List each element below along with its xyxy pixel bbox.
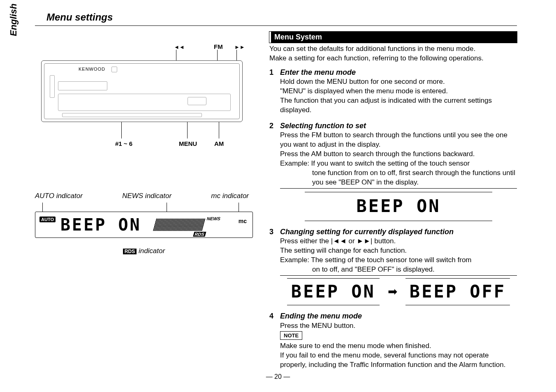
equalizer-graphic: NEWS RDS — [153, 219, 206, 231]
fm-label: FM — [214, 43, 223, 50]
step-body: Press the MENU button. — [280, 321, 517, 331]
menu-button-label: MENU — [179, 140, 197, 147]
auto-indicator-label: AUTO indicator — [35, 192, 83, 200]
step-body: Press the FM button to search through th… — [280, 131, 517, 168]
step-body: Press either the |◄◄ or ►►| button. The … — [280, 237, 517, 265]
seg-display: BEEP ON — [307, 195, 490, 218]
section-title: Menu settings — [46, 12, 517, 23]
language-tab: English — [8, 4, 19, 36]
next-icon-label: ►► — [234, 44, 245, 50]
auto-badge: AUTO — [39, 217, 56, 222]
prev-track-icon: |◄◄ — [331, 237, 347, 245]
step-example: on to off, and "BEEP OFF" is displayed. — [280, 265, 517, 276]
prev-icon-label: ◄◄ — [174, 44, 185, 50]
device-illustration: ◄◄ FM ►► KENWOOD — [35, 40, 249, 155]
step-body: Hold down the MENU button for one second… — [280, 77, 517, 115]
page-number: — 20 — — [0, 373, 556, 380]
presets-label: #1 ~ 6 — [115, 140, 132, 147]
menu-system-header: Menu System — [269, 32, 517, 43]
seg-display-after: BEEP OFF — [405, 278, 510, 306]
menu-intro: You can set the defaults for additional … — [269, 44, 517, 63]
display-illustration: AUTO indicator NEWS indicator mc indicat… — [35, 192, 253, 255]
note-label: NOTE — [280, 331, 302, 340]
step-title: Changing setting for currently displayed… — [280, 227, 517, 237]
news-lbl: NEWS — [206, 216, 221, 221]
step-number: 4 — [269, 311, 273, 321]
step-example: tone function from on to off, first sear… — [280, 168, 517, 189]
brand-text: KENWOOD — [79, 67, 105, 71]
rds-indicator-caption: RDS indicator — [35, 247, 253, 255]
step-title: Ending the menu mode — [280, 311, 517, 321]
rds-lbl: RDS — [193, 232, 206, 237]
step-title: Selecting function to set — [280, 121, 517, 131]
lcd-text: BEEP ON — [60, 215, 141, 234]
next-track-icon: ►►| — [357, 237, 372, 245]
am-label: AM — [214, 140, 224, 147]
step-number: 1 — [269, 67, 273, 77]
step-number: 2 — [269, 121, 273, 131]
arrow-icon: ➡ — [388, 284, 397, 300]
step-title: Enter the menu mode — [280, 67, 517, 77]
note-body: Make sure to end the menu mode when fini… — [280, 341, 517, 370]
divider — [35, 25, 517, 26]
mc-lbl: mc — [239, 218, 247, 224]
mc-indicator-label: mc indicator — [211, 192, 249, 200]
news-indicator-label: NEWS indicator — [122, 192, 171, 200]
step-number: 3 — [269, 227, 273, 237]
seg-display-before: BEEP ON — [287, 278, 380, 306]
